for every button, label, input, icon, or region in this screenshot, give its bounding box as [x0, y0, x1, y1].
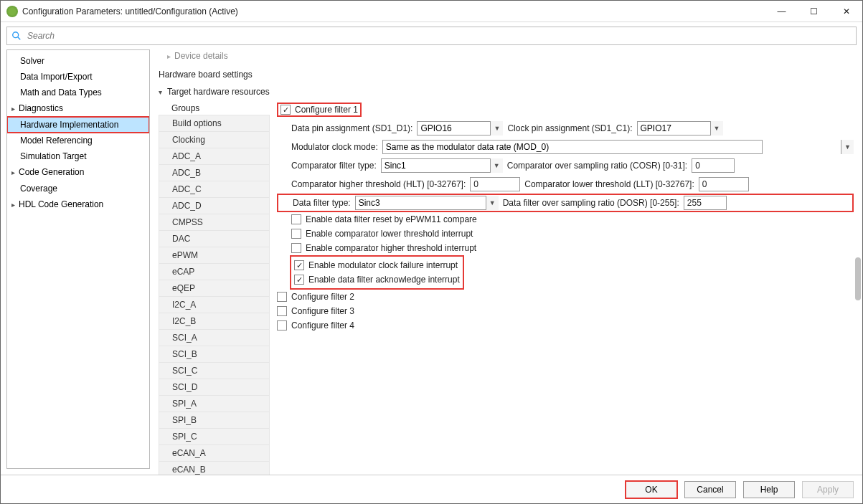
nav-item-hdl-code-generation[interactable]: HDL Code Generation	[7, 196, 149, 213]
group-item-sci-c[interactable]: SCI_C	[159, 362, 270, 379]
enable-ack-int-checkbox[interactable]	[294, 275, 304, 285]
enable-low-int-label: Enable comparator lower threshold interr…	[306, 229, 473, 239]
chevron-down-icon: ▼	[490, 158, 503, 173]
enable-high-int-label: Enable comparator higher threshold inter…	[306, 243, 476, 253]
mod-mode-label: Modulator clock mode:	[291, 142, 378, 152]
device-details-collapsed[interactable]: Device details	[159, 49, 854, 62]
group-item-spi-a[interactable]: SPI_A	[159, 395, 270, 412]
groups-column: Groups Build optionsClockingADC_AADC_BAD…	[159, 100, 270, 475]
svg-point-0	[13, 32, 19, 38]
data-filter-type-select[interactable]: Sinc3▼	[355, 196, 499, 210]
group-item-spi-b[interactable]: SPI_B	[159, 412, 270, 429]
form-column: Configure filter 1 Data pin assignment (…	[270, 100, 854, 475]
nav-item-hardware-implementation[interactable]: Hardware Implementation	[7, 117, 149, 133]
enable-mod-fail-label: Enable modulator clock failure interrupt	[308, 260, 458, 270]
comp-filter-label: Comparator filter type:	[291, 161, 377, 171]
group-item-dac[interactable]: DAC	[159, 230, 270, 247]
mod-mode-select[interactable]: Same as the modulator data rate (MOD_0)▼	[382, 140, 854, 154]
chevron-down-icon: ▼	[841, 140, 854, 154]
group-item-sci-a[interactable]: SCI_A	[159, 329, 270, 346]
chevron-down-icon: ▼	[710, 121, 723, 135]
group-item-eqep[interactable]: eQEP	[159, 280, 270, 297]
configure-filter-4-checkbox[interactable]	[277, 320, 287, 331]
nav-item-diagnostics[interactable]: Diagnostics	[7, 100, 149, 117]
comp-filter-select[interactable]: Sinc1▼	[381, 158, 503, 173]
config-parameters-window: Configuration Parameters: untitled/Confi…	[0, 0, 863, 504]
enable-ack-int-label: Enable data filter acknowledge interrupt	[308, 275, 460, 285]
nav-item-model-referencing[interactable]: Model Referencing	[7, 133, 149, 148]
data-pin-select[interactable]: GPIO16▼	[417, 121, 503, 135]
llt-input[interactable]	[699, 177, 749, 191]
data-pin-label: Data pin assignment (SD1_D1):	[291, 123, 412, 133]
enable-high-int-checkbox[interactable]	[291, 243, 301, 253]
group-item-build-options[interactable]: Build options	[159, 115, 270, 132]
hardware-board-settings-title: Hardware board settings	[159, 62, 854, 84]
main-panel: Device details Hardware board settings T…	[150, 49, 862, 475]
configure-filter-3-label: Configure filter 3	[291, 306, 354, 316]
group-item-cmpss[interactable]: CMPSS	[159, 214, 270, 231]
help-button[interactable]: Help	[743, 481, 795, 498]
cancel-button[interactable]: Cancel	[684, 481, 736, 498]
svg-line-1	[18, 37, 21, 40]
nav-item-solver[interactable]: Solver	[7, 53, 149, 69]
group-item-sci-b[interactable]: SCI_B	[159, 346, 270, 363]
close-button[interactable]: ✕	[830, 1, 862, 22]
group-item-ecap[interactable]: eCAP	[159, 263, 270, 280]
enable-reset-checkbox[interactable]	[291, 214, 301, 224]
enable-mod-fail-checkbox[interactable]	[294, 260, 304, 270]
chevron-down-icon: ▼	[490, 121, 503, 135]
scrollbar-thumb[interactable]	[855, 257, 861, 300]
clock-pin-select[interactable]: GPIO17▼	[637, 121, 723, 135]
titlebar: Configuration Parameters: untitled/Confi…	[1, 1, 862, 22]
data-filter-type-label: Data filter type:	[293, 198, 351, 208]
group-item-epwm[interactable]: ePWM	[159, 247, 270, 264]
group-item-clocking[interactable]: Clocking	[159, 131, 270, 148]
group-item-i2c-b[interactable]: I2C_B	[159, 313, 270, 330]
target-hardware-resources-expander[interactable]: Target hardware resources	[159, 84, 854, 100]
nav-item-simulation-target[interactable]: Simulation Target	[7, 148, 149, 164]
hlt-input[interactable]	[470, 177, 520, 191]
llt-label: Comparator lower threshold (LLT) [0-3276…	[524, 179, 694, 189]
chevron-down-icon: ▼	[486, 196, 499, 210]
group-item-adc-b[interactable]: ADC_B	[159, 164, 270, 181]
hlt-label: Comparator higher threshold (HLT) [0-327…	[291, 179, 466, 189]
configure-filter-1-checkbox[interactable]	[280, 105, 291, 115]
nav-item-data-import-export[interactable]: Data Import/Export	[7, 69, 149, 85]
group-item-adc-d[interactable]: ADC_D	[159, 197, 270, 214]
groups-title: Groups	[159, 100, 270, 115]
cosr-label: Comparator over sampling ratio (COSR) [0…	[507, 161, 687, 171]
enable-low-int-checkbox[interactable]	[291, 229, 301, 239]
group-item-adc-a[interactable]: ADC_A	[159, 148, 270, 165]
ok-button[interactable]: OK	[626, 481, 677, 498]
group-item-adc-c[interactable]: ADC_C	[159, 181, 270, 198]
group-item-ecan-b[interactable]: eCAN_B	[159, 461, 270, 475]
search-input[interactable]	[26, 30, 852, 42]
configure-filter-1-label: Configure filter 1	[295, 105, 358, 115]
group-item-spi-c[interactable]: SPI_C	[159, 428, 270, 445]
window-title: Configuration Parameters: untitled/Confi…	[22, 6, 765, 16]
footer: OK Cancel Help Apply	[1, 475, 862, 503]
minimize-button[interactable]: —	[765, 1, 798, 22]
group-item-i2c-a[interactable]: I2C_A	[159, 296, 270, 313]
nav-item-math-and-data-types[interactable]: Math and Data Types	[7, 85, 149, 100]
dosr-input[interactable]	[684, 196, 727, 210]
nav-sidebar: SolverData Import/ExportMath and Data Ty…	[6, 49, 150, 469]
dosr-label: Data filter over sampling ratio (DOSR) […	[503, 198, 679, 208]
nav-item-code-generation[interactable]: Code Generation	[7, 164, 149, 181]
configure-filter-2-checkbox[interactable]	[277, 292, 287, 302]
cosr-input[interactable]	[692, 158, 735, 173]
configure-filter-2-label: Configure filter 2	[291, 292, 354, 302]
group-item-sci-d[interactable]: SCI_D	[159, 379, 270, 396]
clock-pin-label: Clock pin assignment (SD1_C1):	[507, 123, 632, 133]
configure-filter-4-label: Configure filter 4	[291, 320, 354, 331]
search-bar[interactable]	[6, 27, 857, 45]
search-icon	[11, 31, 22, 41]
configure-filter-3-checkbox[interactable]	[277, 306, 287, 316]
app-icon	[6, 6, 18, 17]
group-item-ecan-a[interactable]: eCAN_A	[159, 444, 270, 462]
apply-button[interactable]: Apply	[802, 481, 854, 498]
enable-reset-label: Enable data filter reset by ePWM11 compa…	[306, 214, 477, 224]
maximize-button[interactable]: ☐	[798, 1, 830, 22]
nav-item-coverage[interactable]: Coverage	[7, 181, 149, 196]
